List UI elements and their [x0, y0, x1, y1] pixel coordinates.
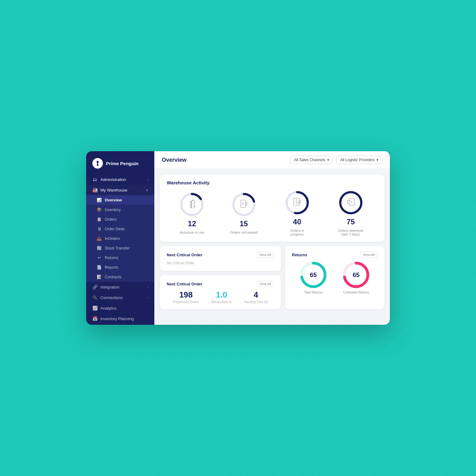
delivered-label: Orders delivered (last 7 days)	[337, 229, 365, 236]
not-started-icon	[240, 201, 248, 209]
total-returns-center: 65	[310, 272, 317, 278]
stats-row: 198 Progressed Orders 1.0 Return Rate % …	[167, 290, 274, 304]
sidebar-nav: 🗂 Administration › 🏭 My Warehouse ∨ 📊 Ov…	[86, 174, 154, 325]
critical-order-stats-title: Next Critical Order	[167, 282, 202, 286]
inventory-label: Inventory	[105, 208, 121, 212]
topbar: Overview All Sales Channels ▾ All Logist…	[154, 151, 390, 169]
contracts-label: Contracts	[105, 275, 121, 279]
in-progress-donut	[285, 190, 310, 215]
progressed-label: Progressed Orders	[173, 300, 199, 304]
app-shell: Prime Penguin 🗂 Administration › 🏭 My Wa…	[86, 151, 390, 325]
returns-label: Returns	[105, 256, 118, 260]
sales-channels-chevron: ▾	[327, 158, 329, 162]
integration-chevron: ›	[147, 285, 148, 289]
sidebar-logo[interactable]: Prime Penguin	[86, 151, 154, 174]
order-desk-icon: 🖥	[97, 227, 102, 231]
returns-icon: ↩	[97, 255, 102, 260]
my-warehouse-icon: 🏭	[92, 187, 97, 192]
svg-point-4	[194, 206, 195, 207]
autostore-icon	[187, 201, 196, 209]
logistic-providers-filter[interactable]: All Logistic Providers ▾	[336, 156, 382, 164]
sidebar-item-administration[interactable]: 🗂 Administration ›	[86, 174, 154, 185]
stock-transfer-label: Stock Transfer	[105, 246, 130, 250]
return-rate-value: 1.0	[211, 290, 232, 300]
not-started-donut	[231, 192, 256, 217]
critical-order-empty-view-all[interactable]: View All	[257, 252, 274, 258]
administration-icon: 🗂	[92, 177, 97, 182]
returns-card: Returns View All	[285, 246, 384, 309]
sidebar-item-integration[interactable]: 🔗 Integration ›	[86, 282, 154, 292]
sidebar-item-inventory[interactable]: 📦 Inventory	[86, 205, 154, 214]
returns-view-all[interactable]: View All	[360, 252, 377, 258]
analytics-icon: 📈	[92, 306, 97, 311]
controlled-returns-value: 65	[353, 272, 359, 278]
metric-delivered: 75 Orders delivered (last 7 days)	[337, 190, 365, 236]
sidebar-item-orders[interactable]: 📋 Orders	[86, 214, 154, 224]
metric-not-started: 15 Orders not started	[230, 192, 258, 234]
return-rate-label: Return Rate %	[211, 300, 232, 304]
sidebar-item-overview[interactable]: 📊 Overview	[86, 195, 154, 205]
bottom-row: Next Critical Order View All No Critical…	[160, 246, 384, 309]
sidebar-item-my-warehouse[interactable]: 🏭 My Warehouse ∨	[86, 185, 154, 195]
connections-chevron: ›	[147, 296, 148, 299]
sidebar-item-order-desk[interactable]: 🖥 Order Desk	[86, 224, 154, 234]
returns-title: Returns	[292, 253, 307, 257]
in-progress-label: Orders in progress	[283, 229, 311, 236]
controlled-returns-label: Controlled Returns	[343, 291, 369, 294]
connections-icon: 🔌	[92, 295, 97, 300]
stat-handing-time: 4 Handing Time (h)	[244, 290, 268, 304]
main-content: Overview All Sales Channels ▾ All Logist…	[154, 151, 390, 325]
reports-icon: 📄	[97, 265, 102, 270]
sidebar-item-services[interactable]: ⚙ Services ›	[86, 324, 154, 325]
delivered-donut	[338, 190, 363, 215]
controlled-returns: 65 Controlled Returns	[342, 261, 370, 294]
sidebar-item-reports[interactable]: 📄 Reports	[86, 262, 154, 272]
total-returns: 65 Total Returns	[299, 261, 327, 294]
overview-icon: 📊	[97, 198, 102, 202]
inventory-planning-label: Inventory Planning	[100, 316, 134, 321]
activity-metrics: 12 Autostore in use	[167, 190, 377, 236]
connections-label: Connections	[100, 295, 123, 300]
critical-order-empty-title: Next Critical Order	[167, 253, 202, 257]
metric-autostore: 12 Autostore in use	[179, 192, 204, 234]
critical-order-empty-card: Next Critical Order View All No Critical…	[160, 246, 281, 271]
sales-channels-label: All Sales Channels	[294, 158, 325, 162]
svg-rect-14	[299, 201, 301, 204]
sidebar-item-stock-transfer[interactable]: 🔄 Stock Transfer	[86, 243, 154, 253]
controlled-returns-donut: 65	[342, 261, 370, 289]
sidebar-item-analytics[interactable]: 📈 Analytics	[86, 303, 154, 313]
inorders-icon: 📥	[97, 236, 102, 241]
sidebar-item-contracts[interactable]: 📝 Contracts	[86, 272, 154, 282]
total-returns-donut: 65	[299, 261, 327, 289]
bottom-left: Next Critical Order View All No Critical…	[160, 246, 281, 309]
order-desk-label: Order Desk	[105, 227, 125, 231]
orders-label: Orders	[105, 217, 117, 222]
sidebar: Prime Penguin 🗂 Administration › 🏭 My Wa…	[86, 151, 154, 325]
integration-label: Integration	[100, 285, 119, 289]
svg-rect-10	[245, 203, 247, 205]
content-area: Warehouse Activity	[154, 169, 390, 325]
administration-label: Administration	[100, 177, 126, 182]
page-title: Overview	[162, 157, 187, 163]
svg-point-5	[194, 202, 195, 203]
critical-order-stats-view-all[interactable]: View All	[257, 281, 274, 287]
logo-icon	[92, 158, 103, 169]
sidebar-item-inventory-planning[interactable]: 📅 Inventory Planning	[86, 313, 154, 324]
autostore-donut	[179, 192, 204, 217]
critical-order-stats-header: Next Critical Order View All	[167, 281, 274, 287]
sidebar-item-returns[interactable]: ↩ Returns	[86, 253, 154, 262]
sidebar-item-connections[interactable]: 🔌 Connections ›	[86, 292, 154, 303]
stat-return-rate: 1.0 Return Rate %	[211, 290, 232, 304]
orders-icon: 📋	[97, 217, 102, 222]
reports-label: Reports	[105, 265, 118, 270]
no-critical-message: No Critical Order	[167, 261, 274, 265]
my-warehouse-label: My Warehouse	[100, 188, 127, 192]
logo-text: Prime Penguin	[106, 161, 139, 166]
inorders-label: InOrders	[105, 236, 120, 241]
returns-header: Returns View All	[292, 252, 377, 258]
sidebar-item-inorders[interactable]: 📥 InOrders	[86, 234, 154, 243]
logistic-providers-chevron: ▾	[377, 158, 378, 162]
critical-order-stats-card: Next Critical Order View All 198 Progres…	[160, 275, 281, 309]
administration-chevron: ›	[147, 178, 148, 181]
sales-channels-filter[interactable]: All Sales Channels ▾	[290, 156, 333, 164]
